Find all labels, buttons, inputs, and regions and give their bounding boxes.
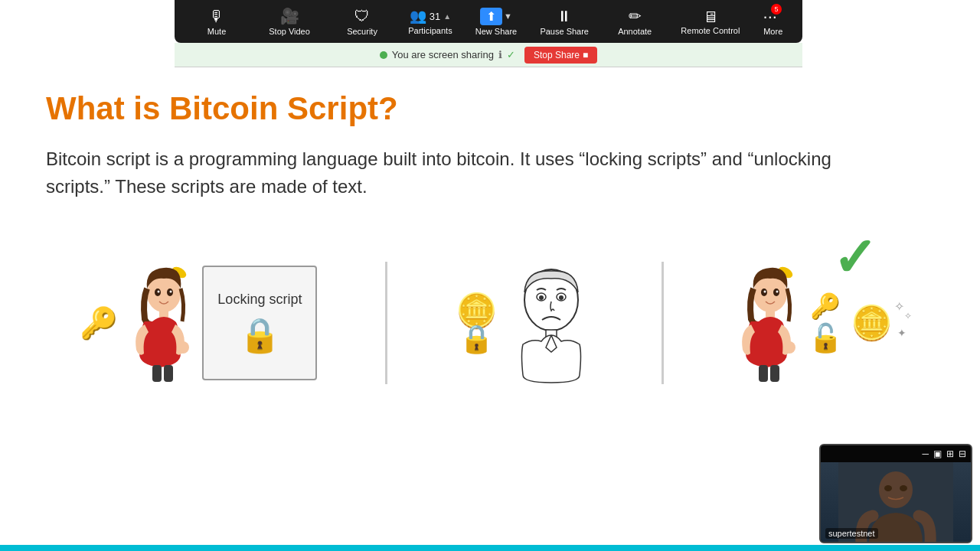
svg-point-15: [539, 295, 544, 300]
pause-share-label: Pause Share: [540, 27, 589, 36]
stop-video-button[interactable]: 🎥 Stop Video: [263, 4, 316, 39]
bitcoin-lock-group: 🪙 🔒: [456, 291, 498, 355]
mute-button[interactable]: 🎙 Mute: [194, 5, 240, 39]
participants-label: Participants: [408, 26, 452, 35]
svg-point-27: [783, 341, 795, 354]
stop-share-button[interactable]: Stop Share ■: [524, 47, 597, 64]
section1: 🔑: [80, 262, 317, 384]
new-share-icon: ⬆: [480, 8, 502, 25]
svg-point-32: [884, 485, 892, 491]
svg-point-7: [170, 291, 172, 293]
participants-button[interactable]: 👥 31 ▲ Participants: [408, 8, 452, 35]
stop-share-square-icon: ■: [583, 50, 588, 60]
illustration: 🔑: [46, 223, 926, 422]
more-button[interactable]: ··· 5 More: [763, 7, 783, 36]
checkmark-icon: ✓: [832, 231, 877, 285]
annotate-label: Annotate: [618, 27, 652, 36]
svg-rect-11: [164, 365, 173, 382]
key-icon: 🔑: [80, 305, 118, 341]
toolbar: 🎙 Mute 🎥 Stop Video 🛡 Security 👥 31 ▲ Pa…: [175, 0, 802, 43]
girl-character-1: [126, 262, 194, 384]
security-button[interactable]: 🛡 Security: [339, 5, 385, 39]
video-controls-bar: ─ ▣ ⊞ ⊟: [821, 445, 971, 462]
divider-2: [662, 262, 664, 384]
slide-title: What is Bitcoin Script?: [46, 90, 926, 127]
locking-script-label: Locking script: [217, 292, 302, 308]
svg-rect-28: [759, 365, 768, 382]
section2: 🪙 🔒: [456, 262, 593, 384]
locking-script-box: Locking script 🔒: [202, 266, 317, 380]
share-active-dot: [380, 51, 387, 59]
svg-point-24: [763, 291, 766, 293]
video-minimize-icon[interactable]: ─: [922, 448, 929, 459]
svg-rect-29: [770, 365, 779, 382]
share-check-icon: ✓: [507, 49, 515, 60]
video-layout-icon[interactable]: ⊟: [959, 448, 966, 459]
annotate-button[interactable]: ✏ Annotate: [612, 4, 658, 39]
star-outline-3: ✧: [904, 311, 912, 321]
new-share-label: New Share: [475, 27, 517, 36]
bitcoin-reward-group: 🪙 ✧ ✦ ✧: [851, 303, 893, 343]
share-status: You are screen sharing ℹ ✓: [380, 49, 515, 60]
pause-icon: ⏸: [557, 8, 572, 25]
video-username: supertestnet: [825, 528, 878, 539]
camera-icon: 🎥: [280, 7, 299, 25]
mute-label: Mute: [207, 27, 226, 36]
share-info-icon: ℹ: [498, 49, 502, 60]
confused-man: [509, 262, 593, 384]
more-label: More: [763, 27, 782, 36]
share-bar: You are screen sharing ℹ ✓ Stop Share ■: [175, 43, 802, 67]
bitcoin-reward-icon: 🪙: [851, 303, 893, 343]
participants-count: 31: [430, 11, 440, 22]
star-outline-1: ✧: [894, 299, 904, 314]
video-grid-icon[interactable]: ⊞: [946, 448, 954, 459]
lock-open-icon: 🔓: [808, 322, 843, 354]
svg-point-16: [559, 295, 564, 300]
lock-below-coin-icon: 🔒: [459, 323, 494, 355]
more-badge: 5: [771, 4, 782, 15]
slide-body: Bitcoin script is a programming language…: [46, 145, 888, 201]
key-small-icon: 🔑: [810, 292, 841, 321]
mute-icon: 🎙: [209, 8, 224, 25]
lock-in-box-icon: 🔒: [239, 315, 281, 355]
participants-caret-icon: ▲: [443, 12, 451, 21]
svg-rect-10: [152, 365, 162, 382]
divider-1: [385, 262, 387, 384]
svg-point-33: [900, 485, 907, 491]
shield-icon: 🛡: [354, 8, 370, 25]
remote-control-button[interactable]: 🖥 Remote Control: [681, 8, 740, 35]
bottom-bar: [0, 545, 980, 551]
pause-share-button[interactable]: ⏸ Pause Share: [540, 8, 589, 36]
security-label: Security: [347, 27, 377, 36]
remote-control-icon: 🖥: [703, 8, 718, 25]
new-share-button[interactable]: ⬆ ▼ New Share: [475, 8, 517, 36]
section3: ✓: [732, 262, 893, 384]
participants-icon: 👥: [410, 8, 426, 24]
svg-point-9: [177, 341, 189, 354]
girl-character-2: [732, 262, 801, 384]
video-thumbnail: ─ ▣ ⊞ ⊟ supertestnet: [819, 444, 972, 543]
svg-point-25: [776, 291, 778, 293]
new-share-caret-icon: ▼: [504, 11, 512, 21]
annotate-icon: ✏: [629, 7, 642, 25]
svg-point-6: [158, 291, 160, 293]
key-unlocked-group: 🔑 🔓: [808, 292, 843, 354]
star-outline-2: ✦: [897, 327, 906, 339]
share-status-text: You are screen sharing: [392, 49, 494, 60]
video-tile-icon[interactable]: ▣: [933, 448, 942, 459]
svg-point-31: [879, 471, 913, 508]
remote-control-label: Remote Control: [681, 26, 740, 35]
stop-video-label: Stop Video: [269, 27, 310, 36]
stop-share-label: Stop Share: [534, 50, 580, 60]
